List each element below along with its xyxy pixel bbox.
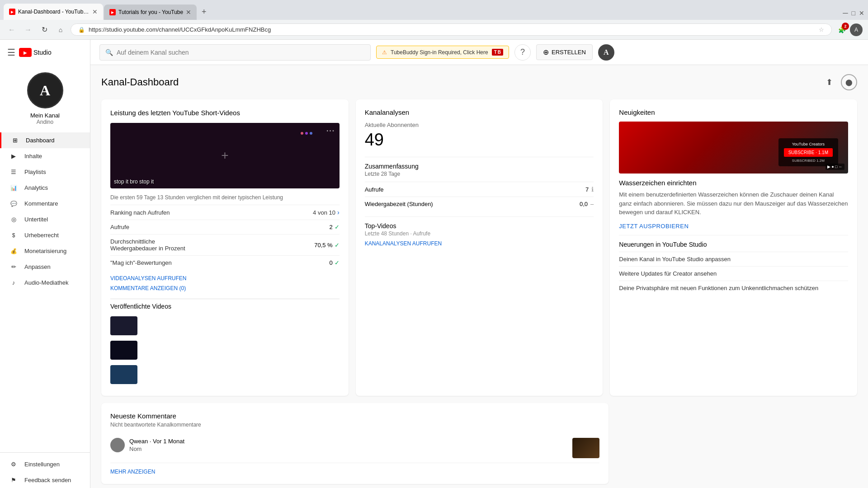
sidebar-item-dashboard[interactable]: ⊞ Dashboard <box>0 132 90 148</box>
news-link-1[interactable]: Deinen Kanal in YouTube Studio anpassen <box>619 252 848 266</box>
youtube-icon: ▶ <box>19 48 32 57</box>
top-videos-sub: Letzte 48 Stunden · Aufrufe <box>365 230 594 237</box>
avatar-letter: A <box>40 82 50 99</box>
stat-label: Ranking nach Aufrufen <box>110 209 170 216</box>
tab-inactive[interactable]: ▶ Tutorials for you - YouTube ✕ <box>104 5 197 20</box>
comment-content: Qwean · Vor 1 Monat Nom <box>129 438 568 452</box>
stat-value: 70,5 % ✓ <box>314 242 339 249</box>
home-button[interactable]: ⌂ <box>54 23 67 36</box>
search-bar[interactable]: 🔍 <box>99 44 371 61</box>
sidebar-item-untertitel[interactable]: ◎ Untertitel <box>0 211 90 227</box>
info-icon[interactable]: ℹ <box>591 186 594 193</box>
sidebar-item-label: Dashboard <box>26 137 55 144</box>
anpassen-icon: ✏ <box>9 263 18 270</box>
video-list-item-3[interactable] <box>110 362 340 387</box>
comments-section: Neueste Kommentare Nicht beantwortete Ka… <box>101 403 609 484</box>
monetarisierung-icon: 💰 <box>9 248 18 254</box>
news-image: YouTube Creators SUBSCRIBE · 1.1M SUBSCR… <box>619 122 848 174</box>
video-thumbnail[interactable]: • • • + stop it bro stop it <box>110 123 340 188</box>
stat-value: 0 ✓ <box>329 259 339 266</box>
video-analysis-link[interactable]: VIDEOANALYSEN AUFRUFEN <box>110 275 340 282</box>
close-btn[interactable]: ✕ <box>859 9 864 17</box>
tab-close-active[interactable]: ✕ <box>92 8 98 15</box>
news-link-2[interactable]: Weitere Updates für Creator ansehen <box>619 266 848 281</box>
arrow-icon[interactable]: › <box>337 209 340 216</box>
video-list-item-1[interactable] <box>110 314 340 338</box>
analytics-title: Kanalanalysen <box>365 108 594 116</box>
erstellen-button[interactable]: ⊕ ERSTELLEN <box>536 44 593 60</box>
sidebar-header: ☰ ▶ Studio <box>0 40 90 65</box>
hamburger-menu[interactable]: ☰ <box>7 47 15 58</box>
top-videos-section: Top-Videos Letzte 48 Stunden · Aufrufe <box>365 216 594 237</box>
stat-likes: "Mag ich"-Bewertungen 0 ✓ <box>110 255 340 270</box>
sidebar: ☰ ▶ Studio A Mein Kanal Andino ⊞ Dashboa… <box>0 40 90 488</box>
news-link-3[interactable]: Deine Privatsphäre mit neuen Funktionen … <box>619 281 848 295</box>
check-icon: ✓ <box>335 224 340 230</box>
lock-icon: 🔒 <box>78 27 85 33</box>
search-icon: 🔍 <box>105 49 113 56</box>
video-list-thumb <box>110 316 137 335</box>
sidebar-item-kommentare[interactable]: 💬 Kommentare <box>0 196 90 211</box>
comments-link[interactable]: KOMMENTARE ANZEIGEN (0) <box>110 285 340 291</box>
help-icon[interactable]: ? <box>514 44 531 61</box>
sidebar-item-monetarisierung[interactable]: 💰 Monetarisierung <box>0 243 90 259</box>
yt-studio-logo[interactable]: ▶ Studio <box>19 48 52 57</box>
sidebar-item-analytics[interactable]: 📊 Analytics <box>0 180 90 196</box>
stat-right: 7 ℹ <box>585 186 594 193</box>
stat-aufrufe: Aufrufe 2 ✓ <box>110 220 340 234</box>
live-icon[interactable]: ⬤ <box>841 74 857 90</box>
audio-icon: ♪ <box>9 279 18 286</box>
stat-label: Aufrufe <box>110 224 129 230</box>
updates-section: Neuerungen in YouTube Studio Deinen Kana… <box>619 235 848 295</box>
channel-analytics-link[interactable]: KANALANALYSEN AUFRUFEN <box>365 240 594 247</box>
sidebar-item-urheberrecht[interactable]: $ Urheberrecht <box>0 227 90 243</box>
sidebar-item-audio[interactable]: ♪ Audio-Mediathek <box>0 275 90 291</box>
comments-title: Neueste Kommentare <box>110 412 599 420</box>
channel-handle: Andino <box>37 119 53 125</box>
star-icon[interactable]: ☆ <box>819 26 824 33</box>
sidebar-item-anpassen[interactable]: ✏ Anpassen <box>0 259 90 275</box>
tab-active[interactable]: ▶ Kanal-Dashboard - YouTube St... ✕ <box>4 4 103 20</box>
dash-icon: – <box>590 201 594 207</box>
forward-button[interactable]: → <box>22 23 34 36</box>
user-avatar[interactable]: A <box>598 44 614 61</box>
sidebar-item-einstellungen[interactable]: ⚙ Einstellungen <box>0 456 90 472</box>
stat-value: 4 von 10 › <box>313 209 340 216</box>
new-tab-button[interactable]: + <box>198 5 210 18</box>
extensions-icon[interactable]: 🧩 2 <box>835 23 848 36</box>
tab-close-inactive[interactable]: ✕ <box>186 9 191 16</box>
mehr-anzeigen-link[interactable]: MEHR ANZEIGEN <box>110 469 155 475</box>
profile-icon[interactable]: A <box>850 23 863 36</box>
dashboard-icon: ⊞ <box>10 137 19 144</box>
analytics-card: Kanalanalysen Aktuelle Abonnenten 49 Zus… <box>356 99 603 396</box>
tubebuddy-banner[interactable]: ⚠ TubeBuddy Sign-in Required, Click Here… <box>376 46 509 59</box>
performance-card: Leistung des letzten YouTube Short-Video… <box>101 99 349 396</box>
main-content: Kanal-Dashboard ⬆ ⬤ Leistung des letzten… <box>90 65 868 488</box>
stat-label: Wiedergabezeit (Stunden) <box>365 201 433 207</box>
feedback-icon: ⚑ <box>9 477 18 483</box>
published-section-title: Veröffentlichte Videos <box>110 303 340 310</box>
search-input[interactable] <box>117 49 365 56</box>
news-card: Neuigkeiten YouTube Creators SUBSCRIBE ·… <box>610 99 857 396</box>
top-videos-title: Top-Videos <box>365 222 594 230</box>
page-header: Kanal-Dashboard ⬆ ⬤ <box>101 74 857 90</box>
tab-title-active: Kanal-Dashboard - YouTube St... <box>18 9 90 15</box>
performance-card-title: Leistung des letzten YouTube Short-Video… <box>110 108 340 117</box>
try-button[interactable]: JETZT AUSPROBIEREN <box>619 223 689 230</box>
address-bar[interactable]: 🔒 https://studio.youtube.com/channel/UCC… <box>71 23 832 36</box>
sidebar-item-inhalte[interactable]: ▶ Inhalte <box>0 148 90 164</box>
refresh-button[interactable]: ↻ <box>38 23 51 36</box>
sidebar-item-label: Kommentare <box>24 200 58 207</box>
channel-avatar[interactable]: A <box>27 72 63 108</box>
maximize-btn[interactable]: □ <box>852 9 855 17</box>
page-title: Kanal-Dashboard <box>101 76 179 88</box>
right-panel: 🔍 ⚠ TubeBuddy Sign-in Required, Click He… <box>90 40 868 488</box>
upload-icon[interactable]: ⬆ <box>821 74 837 90</box>
sidebar-item-label: Urheberrecht <box>24 232 59 239</box>
kommentare-icon: 💬 <box>9 201 18 207</box>
video-list-item-2[interactable] <box>110 338 340 362</box>
minimize-btn[interactable]: ─ <box>843 9 848 17</box>
sidebar-item-feedback[interactable]: ⚑ Feedback senden <box>0 472 90 488</box>
back-button[interactable]: ← <box>5 23 18 36</box>
sidebar-item-playlists[interactable]: ☰ Playlists <box>0 164 90 180</box>
